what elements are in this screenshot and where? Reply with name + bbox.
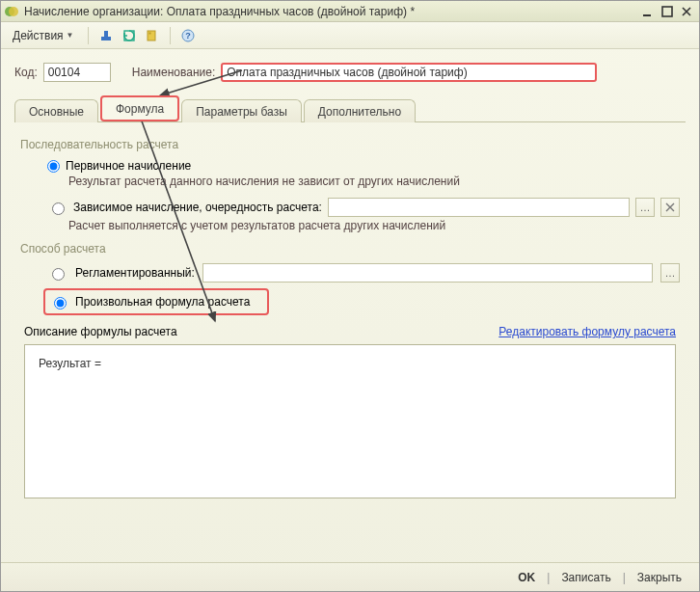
actions-menu-label: Действия: [13, 29, 64, 42]
code-label: Код:: [14, 66, 38, 79]
tab-main[interactable]: Основные: [14, 99, 98, 122]
name-label: Наименование:: [132, 66, 216, 79]
tabs: Основные Формула Параметры базы Дополнит…: [14, 95, 686, 122]
svg-rect-2: [643, 14, 651, 16]
maximize-button[interactable]: [659, 4, 676, 19]
sequence-title: Последовательность расчета: [20, 138, 680, 151]
ellipsis-button[interactable]: …: [660, 263, 680, 283]
primary-radio-label: Первичное начисление: [66, 159, 191, 173]
toolbar-separator: [88, 27, 89, 44]
dependent-hint: Расчет выполняется с учетом результатов …: [68, 219, 680, 232]
actions-menu[interactable]: Действия ▼: [7, 27, 80, 44]
dependent-order-input[interactable]: [328, 198, 630, 217]
close-footer-button[interactable]: Закрыть: [632, 568, 687, 587]
tab-panel-formula: Последовательность расчета Первичное нач…: [14, 122, 686, 502]
footer: OK | Записать | Закрыть: [1, 562, 699, 591]
svg-rect-3: [662, 7, 672, 16]
regulated-radio-label: Регламентированный:: [75, 266, 195, 280]
arbitrary-radio[interactable]: [54, 297, 67, 309]
primary-hint: Результат расчета данного начисления не …: [68, 175, 680, 188]
toolbar-button-1[interactable]: [96, 26, 116, 45]
primary-radio[interactable]: [47, 160, 60, 173]
svg-rect-5: [104, 31, 108, 37]
help-button[interactable]: ?: [178, 26, 198, 45]
formula-text: Результат =: [39, 357, 101, 370]
titlebar: Начисление организации: Оплата праздничн…: [1, 1, 699, 22]
ok-button[interactable]: OK: [512, 568, 541, 587]
toolbar-separator: [170, 27, 171, 44]
clear-button[interactable]: [660, 198, 680, 217]
svg-point-1: [9, 7, 18, 16]
window: Начисление организации: Оплата праздничн…: [0, 0, 700, 592]
content-area: Код: Наименование: Основные Формула Пара…: [1, 49, 699, 562]
dependent-radio-row: Зависимое начисление, очередность расчет…: [47, 198, 680, 217]
minimize-button[interactable]: [639, 4, 657, 19]
toolbar-button-3[interactable]: [143, 26, 162, 45]
edit-formula-link[interactable]: Редактировать формулу расчета: [498, 325, 676, 338]
close-button[interactable]: [678, 4, 695, 19]
formula-textarea[interactable]: Результат =: [24, 344, 676, 498]
svg-rect-4: [101, 37, 111, 40]
dependent-radio[interactable]: [52, 202, 65, 215]
svg-rect-8: [148, 32, 150, 34]
code-input[interactable]: [43, 63, 111, 82]
dependent-radio-label: Зависимое начисление, очередность расчет…: [73, 201, 322, 214]
write-button[interactable]: Записать: [555, 568, 616, 587]
toolbar-button-2[interactable]: [120, 26, 139, 45]
arbitrary-radio-label: Произвольная формула расчета: [75, 295, 250, 309]
arbitrary-row: Произвольная формула расчета: [43, 288, 269, 315]
window-title: Начисление организации: Оплата праздничн…: [24, 5, 637, 18]
app-icon: [5, 5, 18, 18]
toolbar: Действия ▼ ?: [1, 22, 699, 49]
svg-rect-7: [148, 31, 155, 40]
tab-extra[interactable]: Дополнительно: [304, 99, 416, 122]
header-row: Код: Наименование:: [14, 63, 686, 82]
ellipsis-button[interactable]: …: [635, 198, 655, 217]
footer-separator: |: [623, 571, 626, 584]
regulated-row: Регламентированный: …: [47, 263, 680, 283]
tab-formula[interactable]: Формула: [100, 95, 179, 121]
description-label: Описание формулы расчета: [24, 325, 177, 338]
method-title: Способ расчета: [20, 242, 680, 256]
description-row: Описание формулы расчета Редактировать ф…: [24, 325, 676, 338]
svg-text:?: ?: [185, 31, 191, 40]
regulated-input[interactable]: [202, 263, 653, 283]
tab-params[interactable]: Параметры базы: [181, 99, 302, 122]
name-input[interactable]: [221, 63, 597, 82]
footer-separator: |: [547, 571, 550, 584]
primary-radio-row: Первичное начисление: [47, 159, 680, 173]
regulated-radio[interactable]: [52, 268, 65, 281]
chevron-down-icon: ▼: [67, 31, 74, 40]
